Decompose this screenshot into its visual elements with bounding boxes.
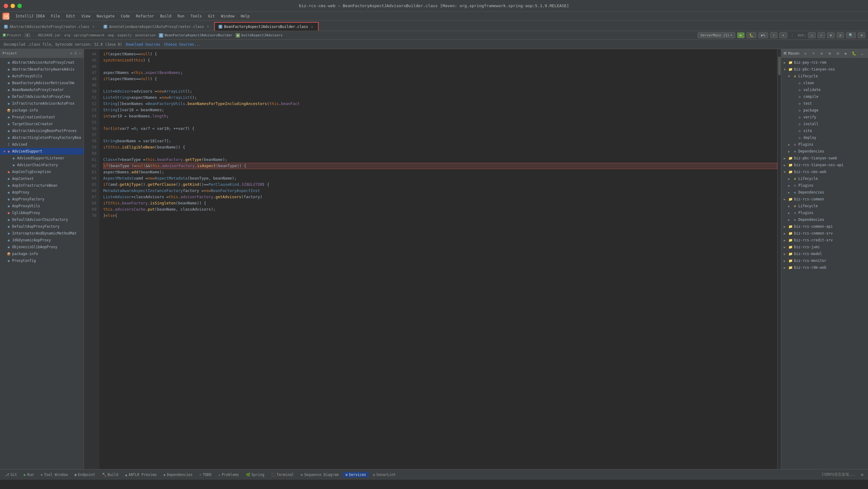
project-collapse-icon[interactable]: ⟵: [79, 51, 81, 55]
tab-bean-factory[interactable]: C BeanFactoryAspectJAdvisorsBuilder.clas…: [214, 22, 319, 31]
bottom-problems[interactable]: ⚠ Problems: [216, 472, 241, 478]
tree-item-aop-infrastructure[interactable]: ● AopInfrastructureBean: [0, 182, 84, 189]
maven-phase-verify[interactable]: ▷ verify: [781, 114, 868, 121]
bottom-build[interactable]: 🔨 Build: [99, 472, 121, 478]
tree-item-default-aop-proxy[interactable]: ● DefaultAopProxyFactory: [0, 223, 84, 230]
run-config-selector[interactable]: ServerMain (1) ▾: [698, 32, 735, 38]
maven-item-biz-rcs-common[interactable]: ▶ 📁 biz-rcs-common: [781, 196, 868, 202]
bc-aspectj[interactable]: aspectj: [117, 33, 131, 37]
menu-file[interactable]: File: [49, 13, 62, 19]
maven-item-lifecycle-3[interactable]: ▶ ⚙ Lifecycle: [781, 202, 868, 209]
menu-view[interactable]: View: [79, 13, 93, 19]
git-commit[interactable]: ⊕: [827, 32, 835, 38]
bottom-tool-window[interactable]: ⚒ Tool Window: [38, 472, 70, 478]
bc-build-advisors[interactable]: buildAspectJAdvisors: [241, 33, 282, 37]
project-dropdown[interactable]: ▾: [25, 33, 30, 38]
tab-annotation-aware[interactable]: C AnnotationAwareAspectJAutoProxyCreator…: [99, 22, 214, 31]
maven-item-biz-pbc-tianyan-oss[interactable]: ▼ 📁 biz-pbc-tianyan-oss: [781, 66, 868, 73]
tree-item-beanfactory-advisor-retrieval[interactable]: ● BeanFactoryAdvisorRetrievalHe: [0, 79, 84, 86]
maven-collapse[interactable]: ⊟: [834, 50, 841, 57]
tree-item-proxycreation[interactable]: ● ProxyCreationContext: [0, 114, 84, 121]
maven-item-dependencies-1[interactable]: ▶ ◈ Dependencies: [781, 148, 868, 155]
git-history[interactable]: ↺: [837, 32, 844, 38]
maven-item-plugins-2[interactable]: ▶ ⚙ Plugins: [781, 182, 868, 189]
tree-item-jdk-dynamic[interactable]: ● JdkDynamicAopProxy: [0, 237, 84, 243]
code-content[interactable]: if (aspectNames == null) { synchronized(…: [99, 49, 777, 469]
tree-item-default-advisor[interactable]: ● DefaultAdvisorAutoProxyCrea: [0, 93, 84, 100]
tree-item-abstract-bean-factory[interactable]: ● AbstractBeanFactoryAwareAdvis: [0, 66, 84, 73]
maven-expand-all[interactable]: ⊞: [826, 50, 833, 57]
tab-close-bean-factory[interactable]: ×: [310, 25, 314, 29]
tree-item-aop-proxy[interactable]: ● AopProxy: [0, 189, 84, 196]
maven-item-dependencies-3[interactable]: ▶ ◈ Dependencies: [781, 216, 868, 223]
maximize-button[interactable]: [18, 4, 22, 8]
maven-item-plugins-1[interactable]: ▶ ⚙ Plugins: [781, 141, 868, 148]
download-sources-link[interactable]: Download Sources: [126, 42, 160, 46]
maven-phase-test[interactable]: ▷ test: [781, 100, 868, 107]
tree-item-aop-proxy-utils[interactable]: ● AopProxyUtils: [0, 202, 84, 209]
search-everywhere[interactable]: 🔍: [846, 32, 856, 38]
bc-org[interactable]: org: [64, 33, 70, 37]
project-settings-icon[interactable]: ⚙: [70, 51, 72, 55]
maven-debug[interactable]: 🐛: [850, 50, 858, 57]
project-layout-icon[interactable]: ☰: [74, 51, 77, 55]
tree-item-advised-support[interactable]: ▼ ● AdvisedSupport: [0, 148, 84, 155]
menu-edit[interactable]: Edit: [64, 13, 78, 19]
bottom-git[interactable]: ⎇ Git: [2, 472, 20, 478]
maven-item-biz-rcs-cms-web[interactable]: ▼ 📁 biz-rcs-cms-web: [781, 168, 868, 175]
tree-item-autoproxy-utils[interactable]: ● AutoProxyUtils: [0, 73, 84, 79]
tree-item-aop-context[interactable]: ● AopContext: [0, 175, 84, 182]
maven-phase-deploy[interactable]: ▷ deploy: [781, 134, 868, 141]
maven-run[interactable]: ▶: [842, 50, 849, 57]
bc-beanfactory[interactable]: BeanFactoryAspectJAdvisorsBuilder: [164, 33, 232, 37]
run-button[interactable]: ▶: [737, 32, 745, 38]
menu-intellij[interactable]: IntelliJ IDEA: [13, 13, 47, 19]
status-settings[interactable]: ⚙: [859, 471, 866, 478]
menu-build[interactable]: Build: [158, 13, 174, 19]
maven-phase-validate[interactable]: ▷ validate: [781, 86, 868, 93]
maven-item-biz-rcs-rdm-web[interactable]: ▶ 📁 biz-rcs-rdm-web: [781, 264, 868, 271]
bottom-sonarlint[interactable]: ◎ SonarLint: [371, 472, 398, 478]
tree-item-interceptor[interactable]: ● InterceptorAndDynamicMethodMat: [0, 230, 84, 237]
maven-item-biz-rcs-monitor[interactable]: ▶ 📁 biz-rcs-monitor: [781, 257, 868, 264]
tree-item-default-advisor-chain[interactable]: ● DefaultAdvisorChainFactory: [0, 216, 84, 223]
tree-item-targetsource[interactable]: ● TargetSourceCreator: [0, 121, 84, 127]
bottom-services[interactable]: ⚙ Services: [343, 472, 368, 478]
tree-item-aop-proxy-factory[interactable]: ● AopProxyFactory: [0, 196, 84, 202]
maven-add[interactable]: +: [810, 50, 817, 57]
maven-item-dependencies-2[interactable]: ▶ ◈ Dependencies: [781, 189, 868, 196]
more-run-options[interactable]: ▾: [779, 32, 787, 38]
maven-phase-compile[interactable]: ▷ compile: [781, 93, 868, 100]
tree-item-aop-config-exception[interactable]: ● AopConfigException: [0, 168, 84, 175]
menu-tools[interactable]: Tools: [188, 13, 204, 19]
bottom-todo[interactable]: ✓ TODO: [197, 472, 214, 478]
maven-item-biz-pay-rcs-rem[interactable]: ▶ 📁 biz-pay-rcs-rem: [781, 59, 868, 66]
maven-item-lifecycle-2[interactable]: ▶ ⚙ Lifecycle: [781, 175, 868, 182]
tree-item-objenesis[interactable]: ● ObjenesisGlibAopProxy: [0, 243, 84, 251]
close-button[interactable]: [4, 4, 8, 8]
bottom-endpoint[interactable]: ◉ Endpoint: [72, 472, 98, 478]
maven-phase-package[interactable]: ▷ package: [781, 107, 868, 114]
profile-button[interactable]: ⚡: [770, 32, 778, 38]
git-update[interactable]: ↓: [808, 32, 816, 38]
tree-item-proxy-config[interactable]: ● ProxyConfig: [0, 257, 84, 264]
maven-phase-clean[interactable]: ▷ clean: [781, 79, 868, 86]
menu-code[interactable]: Code: [118, 13, 132, 19]
tree-item-abstract-advisor-auto[interactable]: ● AbstractAdvisorAutoProxyCreat: [0, 59, 84, 66]
maven-refresh[interactable]: ↻: [802, 50, 809, 57]
choose-sources-link[interactable]: Choose Sources...: [164, 42, 201, 46]
menu-refactor[interactable]: Refactor: [133, 13, 156, 19]
maven-phase-install[interactable]: ▷ install: [781, 121, 868, 127]
menu-help[interactable]: Help: [238, 13, 252, 19]
bc-release-jar[interactable]: .RELEASE.jar: [36, 33, 61, 37]
tree-item-infrastructure[interactable]: ● InfrastructureAdvisorAutoProx: [0, 100, 84, 107]
csdn-link[interactable]: CSDN与语言发现...: [822, 472, 856, 477]
tab-abstract-advisor[interactable]: C AbstractAdvisorAutoProxyCreator.class …: [0, 22, 99, 31]
bottom-dependencies[interactable]: ◈ Dependencies: [161, 472, 195, 478]
bottom-spring[interactable]: 🌿 Spring: [243, 472, 267, 478]
tree-item-abstract-singleton[interactable]: ● AbstractSingletonProxyFactoryBea: [0, 134, 84, 141]
vertical-scrollbar[interactable]: [777, 49, 781, 469]
maven-item-biz-rcs-common-srv[interactable]: ▶ 📁 biz-rcs-common-srv: [781, 230, 868, 237]
maven-item-plugins-3[interactable]: ▶ ⚙ Plugins: [781, 209, 868, 216]
bc-aop[interactable]: aop: [108, 33, 114, 37]
